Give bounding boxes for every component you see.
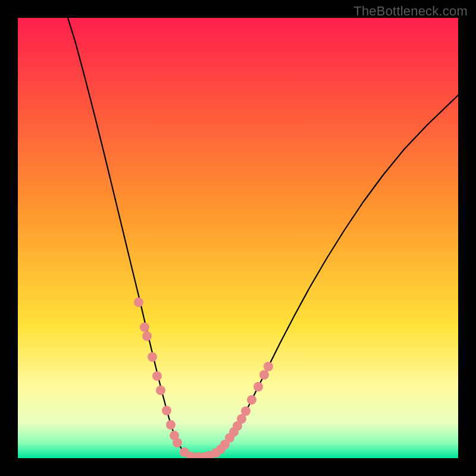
gradient-background [18,18,458,458]
chart-canvas: TheBottleneck.com [0,0,476,476]
data-marker [134,298,143,307]
data-marker [241,406,250,416]
data-marker [156,386,165,395]
plot-area [18,18,458,458]
data-marker [142,331,152,341]
watermark-text: TheBottleneck.com [353,4,468,19]
data-marker [259,370,269,380]
data-marker [173,438,182,447]
plot-svg [18,18,458,458]
data-marker [166,420,176,430]
data-marker [247,395,256,405]
data-marker [253,382,263,392]
data-marker [152,371,162,381]
data-marker [162,406,171,415]
data-marker [148,352,157,362]
data-marker [140,322,149,332]
data-marker [264,362,273,371]
